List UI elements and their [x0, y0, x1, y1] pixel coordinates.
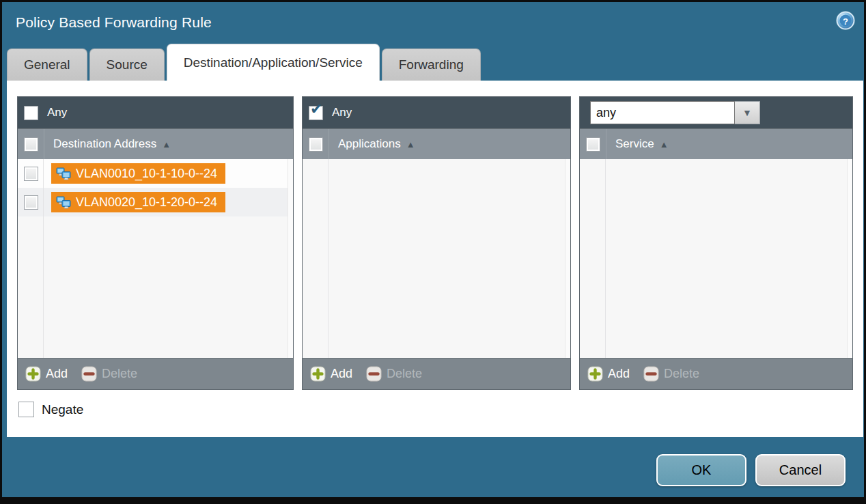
page-title: Policy Based Forwarding Rule — [16, 14, 212, 31]
service-toolbar: Add Delete — [580, 358, 852, 389]
add-application-button[interactable]: Add — [310, 366, 352, 382]
ok-button[interactable]: OK — [656, 454, 746, 486]
delete-minus-icon — [81, 366, 97, 382]
destination-address-header[interactable]: Destination Address ▲ — [18, 128, 293, 159]
help-icon[interactable]: ? — [836, 11, 855, 30]
destination-toolbar: Add Delete — [18, 358, 293, 389]
add-destination-button[interactable]: Add — [25, 366, 68, 382]
destination-address-list: VLAN0010_10-1-10-0--24 — [18, 159, 293, 358]
applications-toolbar: Add Delete — [303, 358, 570, 389]
tab-forwarding[interactable]: Forwarding — [382, 48, 481, 81]
negate-row: Negate — [18, 402, 863, 417]
destination-item-vlan0010[interactable]: VLAN0010_10-1-10-0--24 — [51, 163, 225, 184]
service-select-all-checkbox[interactable] — [586, 137, 600, 152]
service-dropdown-bar: any ▼ — [580, 97, 852, 128]
destination-address-header-label: Destination Address — [53, 137, 156, 151]
destination-row-2-checkbox[interactable] — [24, 195, 38, 210]
table-row[interactable]: VLAN0010_10-1-10-0--24 — [18, 159, 293, 188]
applications-select-all-checkbox[interactable] — [309, 137, 323, 152]
sort-ascending-icon[interactable]: ▲ — [660, 139, 669, 150]
service-dropdown-value[interactable]: any — [590, 101, 735, 124]
service-select-all-cell — [580, 129, 606, 159]
service-list — [580, 159, 852, 358]
negate-checkbox[interactable] — [18, 402, 34, 417]
negate-label: Negate — [42, 402, 83, 417]
destination-any-label: Any — [47, 106, 67, 120]
destination-item-vlan0020[interactable]: VLAN0020_10-1-20-0--24 — [51, 192, 225, 212]
tab-destination-application-service[interactable]: Destination/Application/Service — [167, 44, 380, 81]
checkmark-icon: ✔ — [310, 102, 322, 117]
delete-minus-icon — [643, 366, 659, 382]
network-address-icon — [56, 196, 71, 209]
columns-container: Any Destination Address ▲ — [7, 81, 863, 390]
applications-any-checkbox[interactable]: ✔ — [309, 106, 323, 120]
applications-column: ✔ Any Applications ▲ — [302, 96, 571, 390]
applications-list — [303, 159, 570, 358]
service-column: any ▼ Service ▲ — [579, 96, 853, 390]
add-plus-icon — [587, 366, 603, 382]
delete-minus-icon — [366, 366, 382, 382]
service-dropdown[interactable]: any ▼ — [590, 101, 760, 124]
chevron-down-icon: ▼ — [742, 107, 752, 118]
service-header[interactable]: Service ▲ — [580, 128, 852, 159]
destination-row-1-checkbox[interactable] — [24, 167, 38, 181]
applications-any-label: Any — [332, 106, 352, 120]
tab-content-panel: Any Destination Address ▲ — [7, 81, 863, 437]
dialog-titlebar: Policy Based Forwarding Rule ? — [2, 2, 864, 44]
dialog-footer: OK Cancel — [656, 454, 846, 486]
applications-header-label: Applications — [338, 137, 401, 151]
delete-service-button[interactable]: Delete — [643, 366, 699, 382]
destination-item-label: VLAN0020_10-1-20-0--24 — [76, 195, 217, 210]
sort-ascending-icon[interactable]: ▲ — [406, 139, 415, 150]
delete-application-button[interactable]: Delete — [366, 366, 422, 382]
destination-select-all-cell — [18, 129, 44, 159]
svg-text:?: ? — [843, 16, 848, 27]
sort-ascending-icon[interactable]: ▲ — [162, 139, 171, 150]
destination-item-label: VLAN0010_10-1-10-0--24 — [76, 167, 217, 181]
table-row[interactable]: VLAN0020_10-1-20-0--24 — [18, 188, 293, 216]
cancel-button[interactable]: Cancel — [755, 454, 846, 486]
destination-select-all-checkbox[interactable] — [24, 137, 38, 152]
destination-address-column: Any Destination Address ▲ — [17, 96, 294, 390]
destination-any-bar: Any — [18, 97, 293, 128]
policy-forwarding-dialog: Policy Based Forwarding Rule ? General S… — [2, 2, 864, 497]
delete-destination-button[interactable]: Delete — [81, 366, 137, 382]
destination-any-checkbox[interactable] — [24, 106, 38, 120]
network-address-icon — [56, 167, 71, 180]
tab-source[interactable]: Source — [89, 48, 165, 81]
add-plus-icon — [25, 366, 41, 382]
applications-any-bar: ✔ Any — [303, 97, 570, 128]
service-dropdown-button[interactable]: ▼ — [735, 101, 760, 124]
service-header-label: Service — [615, 137, 654, 151]
add-plus-icon — [310, 366, 326, 382]
add-service-button[interactable]: Add — [587, 366, 630, 382]
applications-header[interactable]: Applications ▲ — [303, 128, 570, 159]
tab-bar: General Source Destination/Application/S… — [7, 44, 481, 81]
applications-select-all-cell — [303, 129, 329, 159]
tab-general[interactable]: General — [7, 48, 87, 81]
